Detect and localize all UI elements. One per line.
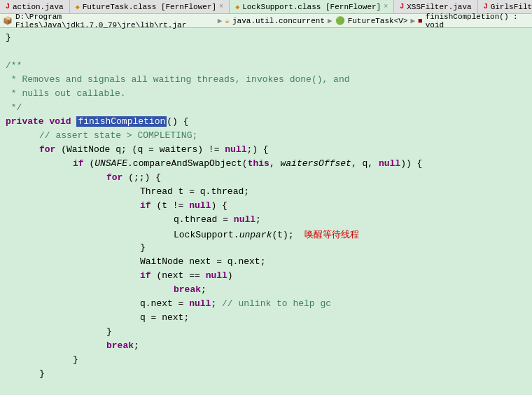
code-line: break; xyxy=(6,284,526,298)
code-line: q.next = null; // unlink to help gc xyxy=(6,298,526,312)
breadcrumb-class[interactable]: FutureTask<V> xyxy=(348,17,408,25)
code-line-comment: /** xyxy=(6,60,526,74)
code-line: } xyxy=(6,32,526,46)
tab-xssfilter[interactable]: J XSSFilter.java xyxy=(394,0,477,13)
code-line: if (next == null) xyxy=(6,270,526,284)
code-line: q.thread = null; xyxy=(6,214,526,228)
breadcrumb-pkg[interactable]: java.util.concurrent xyxy=(232,17,325,25)
code-line: Thread t = q.thread; xyxy=(6,186,526,200)
tab-label: action.java xyxy=(13,3,64,11)
code-line: break; xyxy=(6,340,526,354)
tab-futuretask[interactable]: ◆ FutureTask.class [FernFlower] × xyxy=(70,0,230,13)
code-area: } /** * Removes and signals all waiting … xyxy=(0,28,532,395)
java-icon: J xyxy=(400,3,404,11)
code-line: WaitNode next = q.next; xyxy=(6,256,526,270)
java-icon: J xyxy=(484,3,488,11)
breadcrumb-bar: 📦 D:\Program Files\Java\jdk1.7.0_79\jre\… xyxy=(0,14,532,28)
code-line: if (t != null) { xyxy=(6,200,526,214)
annotation-text: 唤醒等待线程 xyxy=(304,228,359,241)
package-icon: ☕ xyxy=(225,16,230,25)
code-line: LockSupport.unpark(t); 唤醒等待线程 xyxy=(6,228,526,242)
code-line: } xyxy=(6,326,526,340)
tab-label: XSSFilter.java xyxy=(407,3,471,11)
breadcrumb-sep3: ▶ xyxy=(410,16,415,25)
code-line: } xyxy=(6,354,526,368)
code-line: q = next; xyxy=(6,312,526,326)
tab-label: GirlsFilter.java xyxy=(491,3,532,11)
class-icon: ◆ xyxy=(76,3,80,11)
method-name-highlight: finishCompletion xyxy=(76,116,167,127)
code-line: } xyxy=(6,368,526,382)
code-line: // assert state > COMPLETING; xyxy=(6,130,526,144)
code-line: for (;;) { xyxy=(6,172,526,186)
tab-girlsfilter[interactable]: J GirlsFilter.java xyxy=(478,0,532,13)
breadcrumb-sep1: ▶ xyxy=(218,16,223,25)
close-icon[interactable]: × xyxy=(384,3,388,11)
code-line-method-sig: private void finishCompletion() { xyxy=(6,116,526,130)
close-icon[interactable]: × xyxy=(219,3,223,11)
class-icon: ◆ xyxy=(235,3,239,11)
java-icon: J xyxy=(6,3,10,11)
class-b-icon: 🟢 xyxy=(335,16,345,25)
code-line-comment: * nulls out callable. xyxy=(6,88,526,102)
code-line xyxy=(6,382,526,395)
breadcrumb-jar[interactable]: D:\Program Files\Java\jdk1.7.0_79\jre\li… xyxy=(15,13,215,29)
jar-icon: 📦 xyxy=(3,16,13,25)
code-line: for (WaitNode q; (q = waiters) != null;)… xyxy=(6,144,526,158)
method-icon: ■ xyxy=(418,17,423,25)
code-line: if (UNSAFE.compareAndSwapObject(this, wa… xyxy=(6,158,526,172)
tab-label: LockSupport.class [FernFlower] xyxy=(242,3,381,11)
tab-locksupport[interactable]: ◆ LockSupport.class [FernFlower] × xyxy=(230,0,394,13)
tab-label: FutureTask.class [FernFlower] xyxy=(83,3,216,11)
code-line: } xyxy=(6,242,526,256)
tab-action-java[interactable]: J action.java xyxy=(0,0,70,13)
code-line-comment: */ xyxy=(6,102,526,116)
code-line xyxy=(6,46,526,60)
breadcrumb-method[interactable]: finishCompletion() : void xyxy=(426,13,529,29)
breadcrumb-sep2: ▶ xyxy=(328,16,332,25)
code-line-comment: * Removes and signals all waiting thread… xyxy=(6,74,526,88)
